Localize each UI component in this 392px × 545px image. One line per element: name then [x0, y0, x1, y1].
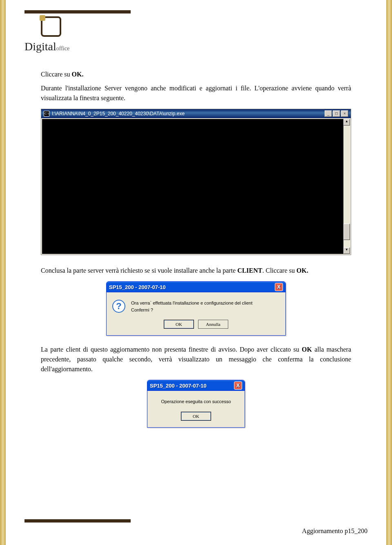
brand-logo: Digitaloffice	[24, 16, 131, 53]
dialog-title: SP15_200 - 2007-07-10	[150, 383, 207, 389]
cmd-body: ▲ ▼	[42, 119, 350, 254]
header-rule	[24, 10, 131, 13]
logo-icon	[41, 16, 61, 37]
success-message: Operazione eseguita con successo	[153, 398, 239, 405]
close-icon[interactable]: X	[234, 381, 242, 390]
dialog-body: ? Ora verra` effettuata l'installazione …	[107, 292, 285, 335]
page-border-right	[386, 0, 392, 545]
close-icon[interactable]: X	[275, 283, 283, 291]
logo-sub: office	[56, 45, 69, 52]
paragraph-1: Cliccare su OK.	[41, 70, 351, 79]
dialog-message: Ora verra` effettuata l'installazione e …	[131, 300, 252, 313]
paragraph-4: La parte client di questo aggiornamento …	[41, 345, 351, 374]
cancel-button[interactable]: Annulla	[198, 320, 228, 329]
scrollbar[interactable]: ▲ ▼	[343, 119, 350, 254]
logo-main: Digital	[24, 40, 56, 53]
paragraph-2: Durante l'installazione Server vengono a…	[41, 83, 351, 103]
maximize-button[interactable]: □	[333, 110, 340, 117]
scroll-thumb[interactable]	[343, 224, 350, 240]
scroll-down-button[interactable]: ▼	[343, 247, 350, 254]
scroll-track[interactable]	[343, 126, 350, 247]
question-icon: ?	[112, 300, 125, 313]
ok-button[interactable]: OK	[164, 320, 194, 329]
logo-text: Digitaloffice	[24, 40, 131, 53]
paragraph-3: Conclusa la parte server verrà richiesto…	[41, 266, 351, 276]
cmd-icon: C:\	[44, 111, 49, 117]
cmd-titlebar: C:\ I:\ARIANNA\N4_0_2P15_200_40220_40230…	[41, 109, 351, 118]
success-dialog: SP15_200 - 2007-07-10 X Operazione esegu…	[147, 380, 245, 428]
cmd-window: C:\ I:\ARIANNA\N4_0_2P15_200_40220_40230…	[41, 109, 351, 255]
footer-text: Aggiornamento p15_200	[302, 527, 368, 535]
cmd-title: I:\ARIANNA\N4_0_2P15_200_40220_40230\DAT…	[52, 111, 185, 117]
close-button[interactable]: ×	[341, 110, 348, 117]
scroll-up-button[interactable]: ▲	[343, 119, 350, 126]
ok-button[interactable]: OK	[181, 412, 211, 421]
document-content: Cliccare su OK. Durante l'installazione …	[41, 70, 351, 433]
footer-rule	[24, 519, 131, 523]
dialog-body: Operazione eseguita con successo OK	[147, 391, 245, 427]
minimize-button[interactable]: _	[325, 110, 332, 117]
confirm-dialog: SP15_200 - 2007-07-10 X ? Ora verra` eff…	[106, 281, 286, 336]
dialog-title: SP15_200 - 2007-07-10	[109, 284, 166, 290]
dialog-titlebar: SP15_200 - 2007-07-10 X	[107, 282, 285, 292]
dialog-titlebar: SP15_200 - 2007-07-10 X	[147, 380, 245, 391]
page-border-left	[0, 0, 6, 545]
window-controls: _ □ ×	[325, 110, 348, 117]
